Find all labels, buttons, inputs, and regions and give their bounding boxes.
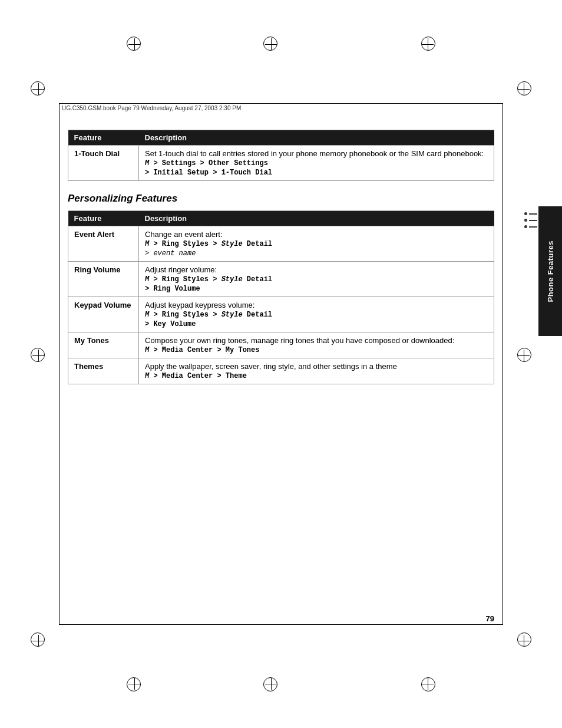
crosshair-tr [518, 83, 530, 95]
page-number: 79 [486, 614, 494, 623]
table2-row5-desc-path: M > Media Center > Theme [145, 372, 247, 380]
table2-row2-desc-path2: > Ring Volume [145, 285, 200, 293]
first-table: Feature Description 1-Touch Dial Set 1-t… [68, 130, 494, 181]
side-icon-row-1 [524, 212, 537, 215]
table2-row3-description: Adjust keypad keypress volume: M > Ring … [139, 297, 494, 332]
table2-row4-desc-text: Compose your own ring tones, manage ring… [145, 336, 454, 345]
table2-row4-feature: My Tones [68, 332, 139, 358]
side-line [529, 220, 537, 221]
crosshair-ml [32, 350, 44, 361]
table2-row2-description: Adjust ringer volume: M > Ring Styles > … [139, 262, 494, 297]
table-row: Ring Volume Adjust ringer volume: M > Ri… [68, 262, 494, 297]
table2-row1-desc-path2: > event name [145, 249, 196, 258]
border-top [59, 103, 503, 104]
table2-row1-description: Change an event alert: M > Ring Styles >… [139, 226, 494, 262]
crosshair-bmm [265, 678, 277, 690]
crosshair-br [518, 635, 530, 647]
table1-row1-desc-path: M > Settings > Other Settings> Initial S… [145, 159, 272, 177]
table2-row5-description: Apply the wallpaper, screen saver, ring … [139, 358, 494, 384]
table-row: Event Alert Change an event alert: M > R… [68, 226, 494, 262]
side-dot [524, 225, 527, 228]
crosshair-mr [518, 350, 530, 361]
crosshair-tml [128, 38, 140, 50]
table1-header-feature: Feature [68, 130, 139, 146]
border-left [59, 103, 59, 625]
main-content: Feature Description 1-Touch Dial Set 1-t… [68, 130, 494, 396]
crosshair-tmm [265, 38, 277, 50]
table1-header-description: Description [139, 130, 494, 146]
table-row: Keypad Volume Adjust keypad keypress vol… [68, 297, 494, 332]
table2-row3-desc-path2: > Key Volume [145, 320, 196, 328]
side-icons [524, 212, 537, 228]
crosshair-tl [32, 83, 44, 95]
table2-row1-desc-text: Change an event alert: [145, 230, 223, 239]
file-info: UG.C350.GSM.book Page 79 Wednesday, Augu… [62, 105, 241, 111]
table2-row2-desc-text: Adjust ringer volume: [145, 265, 217, 274]
crosshair-bmr [422, 678, 434, 690]
table2-row1-desc-path: M > Ring Styles > Style Detail [145, 240, 272, 248]
table1-row1-description: Set 1-touch dial to call entries stored … [139, 146, 494, 181]
side-dot [524, 219, 527, 222]
table2-row2-desc-path: M > Ring Styles > Style Detail [145, 275, 272, 284]
side-line [529, 213, 537, 215]
side-tab-label: Phone Features [546, 241, 555, 302]
section-heading: Personalizing Features [68, 193, 494, 205]
side-tab: Phone Features [538, 206, 562, 336]
border-bottom [59, 624, 503, 625]
table2-row5-desc-text: Apply the wallpaper, screen saver, ring … [145, 362, 397, 371]
table2-header-feature: Feature [68, 211, 139, 226]
table-row: 1-Touch Dial Set 1-touch dial to call en… [68, 146, 494, 181]
side-dot [524, 212, 527, 215]
table2-row5-feature: Themes [68, 358, 139, 384]
second-table: Feature Description Event Alert Change a… [68, 210, 494, 384]
table2-row3-feature: Keypad Volume [68, 297, 139, 332]
side-line [529, 226, 537, 228]
table2-row1-feature: Event Alert [68, 226, 139, 262]
table-row: My Tones Compose your own ring tones, ma… [68, 332, 494, 358]
side-icon-row-3 [524, 225, 537, 228]
table2-row4-desc-path: M > Media Center > My Tones [145, 346, 259, 354]
crosshair-bml [128, 678, 140, 690]
border-right [503, 103, 503, 625]
table2-row3-desc-text: Adjust keypad keypress volume: [145, 301, 254, 309]
table2-row3-desc-path: M > Ring Styles > Style Detail [145, 311, 272, 319]
table2-row4-description: Compose your own ring tones, manage ring… [139, 332, 494, 358]
side-icon-row-2 [524, 219, 537, 222]
table2-header-description: Description [139, 211, 494, 226]
page-container: UG.C350.GSM.book Page 79 Wednesday, Augu… [0, 0, 562, 728]
crosshair-bl [32, 635, 44, 647]
table2-row2-feature: Ring Volume [68, 262, 139, 297]
table1-row1-desc-text: Set 1-touch dial to call entries stored … [145, 149, 484, 158]
crosshair-tmr [422, 38, 434, 50]
table1-row1-feature: 1-Touch Dial [68, 146, 139, 181]
table-row: Themes Apply the wallpaper, screen saver… [68, 358, 494, 384]
